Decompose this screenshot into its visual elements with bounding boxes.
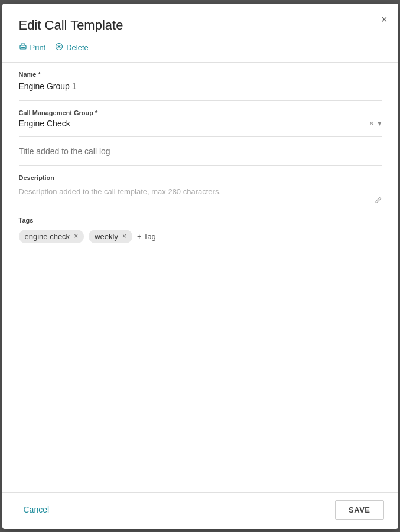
call-management-group-label: Call Management Group * [19,109,382,116]
tag-chip-weekly: weekly × [89,230,132,243]
delete-label: Delete [66,43,89,52]
cancel-button[interactable]: Cancel [19,502,54,517]
dialog-header: Edit Call Template × Print [2,4,398,62]
dialog-footer: Cancel SAVE [2,492,398,529]
add-tag-label: + Tag [137,232,156,241]
select-dropdown-icon[interactable]: ▾ [378,119,382,128]
title-input[interactable] [19,145,382,157]
delete-icon [55,43,63,53]
close-icon: × [381,14,388,25]
edit-pencil-icon [375,197,382,205]
dialog-body: Name * Call Management Group * Engine Ch… [2,63,398,492]
call-management-group-field: Call Management Group * Engine Check × ▾ [19,101,382,137]
delete-button[interactable]: Delete [55,43,89,53]
print-button[interactable]: Print [19,43,46,53]
description-field-group: Description Description added to the cal… [19,166,382,208]
edit-call-template-dialog: Edit Call Template × Print [2,4,398,529]
tag-text-weekly: weekly [95,232,118,241]
call-management-group-select-row: Engine Check × ▾ [19,119,382,128]
svg-rect-1 [21,47,25,48]
add-tag-button[interactable]: + Tag [137,232,156,241]
save-button[interactable]: SAVE [335,500,383,520]
tag-text-engine-check: engine check [25,232,70,241]
name-field-group: Name * [19,63,382,101]
tag-remove-weekly[interactable]: × [122,233,126,240]
dialog-title: Edit Call Template [19,18,386,33]
call-management-group-value: Engine Check [19,119,70,128]
select-clear-icon[interactable]: × [369,119,374,128]
tags-section: Tags engine check × weekly × + Tag [19,208,382,252]
print-icon [19,43,27,53]
description-placeholder: Description added to the call template, … [19,184,382,200]
print-label: Print [30,43,46,52]
title-field-group [19,137,382,166]
tag-chip-engine-check: engine check × [19,230,84,243]
description-label: Description [19,174,382,181]
close-button[interactable]: × [379,12,390,27]
select-icons: × ▾ [369,119,382,128]
name-input[interactable] [19,80,382,92]
tag-remove-engine-check[interactable]: × [74,233,78,240]
tags-row: engine check × weekly × + Tag [19,230,382,243]
toolbar: Print Delete [19,43,386,53]
name-label: Name * [19,71,382,78]
tags-label: Tags [19,217,382,224]
